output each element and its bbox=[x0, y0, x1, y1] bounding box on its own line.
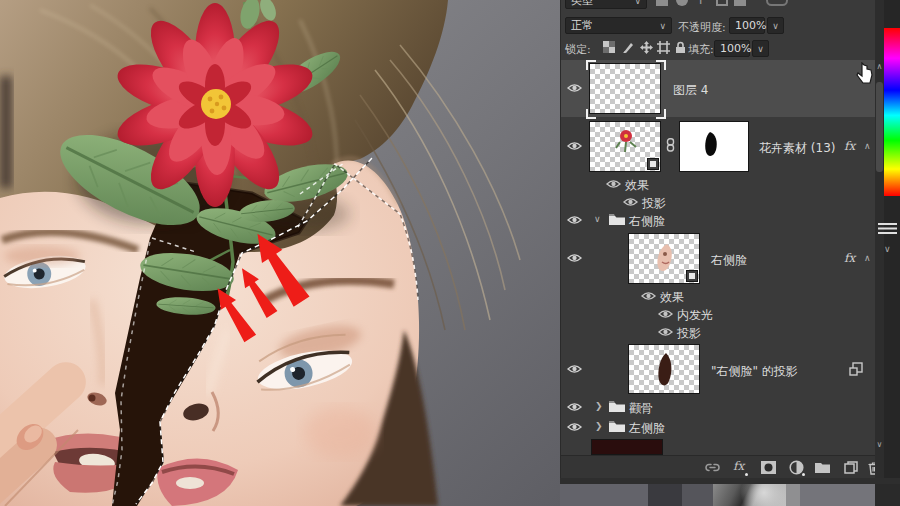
color-spectrum-bar[interactable] bbox=[884, 28, 900, 196]
filter-adjustment-icon[interactable] bbox=[676, 0, 688, 6]
new-layer-icon[interactable] bbox=[842, 460, 859, 475]
group-expand-chevron-icon[interactable]: ∨ bbox=[594, 214, 601, 224]
document-canvas[interactable] bbox=[0, 0, 560, 506]
layer-name[interactable]: "右侧脸" 的投影 bbox=[711, 363, 798, 380]
fx-item-row-drop-shadow[interactable]: 投影 bbox=[561, 193, 876, 211]
filter-pixel-icon[interactable] bbox=[656, 0, 668, 6]
group-name[interactable]: 左侧脸 bbox=[629, 420, 665, 437]
layers-scrollbar[interactable]: ∧ ∨ bbox=[875, 0, 884, 478]
layer-row-right-face[interactable]: 右侧脸 fx ∧ bbox=[561, 229, 876, 287]
chevron-down-icon: ∨ bbox=[772, 21, 779, 31]
layer-thumbnail[interactable] bbox=[591, 439, 663, 455]
smart-object-badge-icon bbox=[686, 270, 698, 282]
fill-label: 填充: bbox=[688, 42, 714, 57]
workspace-segment-dark-right bbox=[875, 484, 900, 506]
fill-value: 100% bbox=[720, 42, 751, 55]
scroll-up-arrow-icon[interactable]: ∧ bbox=[875, 62, 884, 71]
group-name[interactable]: 颧骨 bbox=[629, 400, 653, 417]
opacity-value: 100% bbox=[735, 19, 766, 32]
layer-thumbnail[interactable] bbox=[628, 233, 700, 284]
lock-image-pixels-icon[interactable] bbox=[622, 41, 635, 54]
visibility-eye-icon[interactable] bbox=[658, 309, 673, 319]
fx-item-row-inner-glow[interactable]: 内发光 bbox=[561, 305, 876, 323]
fx-header-row[interactable]: 效果 bbox=[561, 175, 876, 193]
workspace-segment bbox=[682, 484, 713, 506]
fill-value-field[interactable]: 100% bbox=[714, 40, 750, 57]
folder-icon bbox=[609, 401, 625, 412]
panel-menu-hamburger-icon[interactable] bbox=[877, 222, 898, 235]
lock-transparent-pixels-icon[interactable] bbox=[603, 41, 616, 54]
collapse-fx-chevron-icon[interactable]: ∧ bbox=[864, 253, 871, 263]
new-group-icon[interactable] bbox=[814, 460, 831, 475]
group-name[interactable]: 右侧脸 bbox=[629, 213, 665, 230]
group-row-right-face[interactable]: ∨ 右侧脸 bbox=[561, 211, 876, 229]
chevron-down-icon: ∨ bbox=[659, 21, 666, 31]
visibility-eye-icon[interactable] bbox=[567, 253, 582, 263]
filter-smart-object-icon[interactable] bbox=[734, 0, 746, 6]
visibility-eye-icon[interactable] bbox=[623, 197, 638, 207]
group-expand-chevron-icon[interactable]: ❯ bbox=[595, 401, 603, 411]
fx-item-label: 内发光 bbox=[677, 307, 713, 324]
layer-thumbnail[interactable] bbox=[628, 344, 700, 394]
shadow-thumb-art bbox=[629, 345, 699, 393]
layer-row-tu-ceng-4[interactable]: 图层 4 bbox=[561, 60, 876, 117]
fx-header-label: 效果 bbox=[660, 289, 684, 306]
collapse-fx-chevron-icon[interactable]: ∧ bbox=[864, 141, 871, 151]
group-row-left-face[interactable]: ❯ 左侧脸 bbox=[561, 417, 876, 437]
opacity-dropdown-button[interactable]: ∨ bbox=[767, 17, 784, 34]
visibility-eye-icon[interactable] bbox=[567, 422, 582, 432]
workspace-under-panel bbox=[560, 478, 900, 506]
layer-mask-thumbnail[interactable] bbox=[679, 121, 749, 172]
visibility-eye-icon[interactable] bbox=[606, 179, 621, 189]
fx-copy-badge-icon[interactable] bbox=[849, 362, 863, 376]
workspace-segment bbox=[800, 484, 875, 506]
add-mask-icon[interactable] bbox=[760, 460, 777, 475]
fx-item-row-drop-shadow[interactable]: 投影 bbox=[561, 323, 876, 341]
layer-name[interactable]: 花卉素材 (13) bbox=[759, 140, 835, 157]
fx-badge[interactable]: fx bbox=[844, 139, 855, 153]
workspace-segment-light bbox=[786, 484, 800, 506]
visibility-eye-icon[interactable] bbox=[567, 83, 582, 93]
lock-all-icon[interactable] bbox=[674, 41, 687, 54]
scroll-down-arrow-icon[interactable]: ∨ bbox=[875, 440, 884, 449]
lock-position-icon[interactable] bbox=[640, 41, 653, 54]
layer-thumbnail[interactable] bbox=[589, 121, 661, 172]
visibility-eye-icon[interactable] bbox=[567, 364, 582, 374]
filter-type-dropdown[interactable]: 类型 ∨ bbox=[565, 0, 647, 9]
visibility-eye-icon[interactable] bbox=[641, 291, 656, 301]
layer-style-fx-icon[interactable]: fx bbox=[733, 459, 744, 473]
layer-row-flower-material[interactable]: 花卉素材 (13) fx ∧ bbox=[561, 117, 876, 175]
photo-fragment-thumbnail bbox=[713, 484, 786, 506]
fx-badge[interactable]: fx bbox=[844, 251, 855, 265]
layer-row-right-face-shadow[interactable]: "右侧脸" 的投影 bbox=[561, 341, 876, 397]
workspace-segment-dark bbox=[648, 484, 682, 506]
fill-dropdown-button[interactable]: ∨ bbox=[752, 40, 769, 57]
visibility-eye-icon[interactable] bbox=[567, 215, 582, 225]
lock-fill-row: 锁定: 填充: 100% ∨ bbox=[561, 38, 876, 61]
layer-name[interactable]: 图层 4 bbox=[673, 82, 708, 99]
blend-mode-value: 正常 bbox=[571, 18, 593, 33]
lock-artboard-icon[interactable] bbox=[657, 41, 670, 54]
photoshop-window: 类型 ∨ T 正常 ∨ 不透明度: 100% ∨ 锁 bbox=[0, 0, 900, 506]
blend-mode-dropdown[interactable]: 正常 ∨ bbox=[565, 17, 672, 34]
filter-type-text-icon[interactable]: T bbox=[697, 0, 704, 7]
layer-name[interactable]: 右侧脸 bbox=[711, 252, 747, 269]
filter-shape-icon[interactable] bbox=[716, 0, 728, 6]
visibility-eye-icon[interactable] bbox=[658, 327, 673, 337]
fx-header-row[interactable]: 效果 bbox=[561, 287, 876, 305]
folder-icon bbox=[609, 214, 625, 225]
layer-thumbnail[interactable] bbox=[589, 63, 661, 114]
link-layers-icon[interactable] bbox=[704, 460, 721, 475]
group-row-cheekbone[interactable]: ❯ 颧骨 bbox=[561, 397, 876, 417]
opacity-value-field[interactable]: 100% bbox=[729, 17, 765, 34]
scrollbar-thumb[interactable] bbox=[876, 82, 883, 172]
mask-thumb-art bbox=[680, 122, 748, 171]
group-expand-chevron-icon[interactable]: ❯ bbox=[595, 421, 603, 431]
visibility-eye-icon[interactable] bbox=[567, 402, 582, 412]
layer-row-partial[interactable] bbox=[561, 437, 876, 455]
panel-chevron-down-icon[interactable]: ∨ bbox=[884, 244, 891, 254]
filter-toggle[interactable] bbox=[766, 0, 788, 6]
visibility-eye-icon[interactable] bbox=[567, 141, 582, 151]
adjustment-menu-dot bbox=[802, 473, 805, 476]
mask-link-icon[interactable] bbox=[664, 138, 677, 152]
